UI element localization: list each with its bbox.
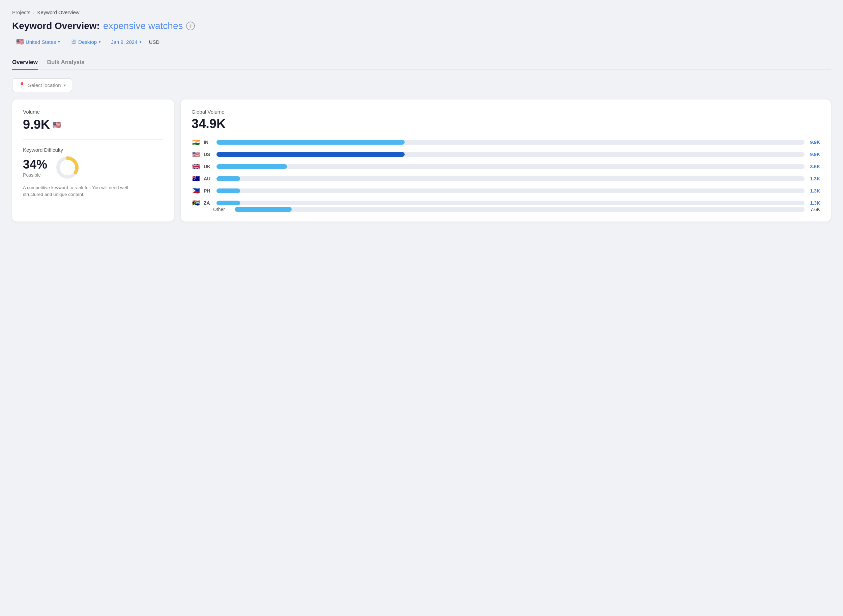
difficulty-label: Keyword Difficulty [23,147,163,153]
country-filter[interactable]: 🇺🇸 United States ▾ [12,36,64,47]
card-divider [23,139,163,139]
bar-flag: 🇿🇦 [192,199,200,207]
device-label: Desktop [78,39,97,45]
difficulty-value: 34% [23,157,47,172]
other-bar-fill [235,207,292,212]
breadcrumb-current: Keyword Overview [37,9,79,15]
difficulty-left: 34% Possible [23,157,47,178]
bar-flag: 🇵🇭 [192,187,200,195]
other-value: 7.6K [808,207,820,212]
global-volume-value: 34.9K [192,117,820,131]
bar-track [217,140,805,145]
cards-row: Volume 9.9K 🇺🇸 Keyword Difficulty 34% Po… [12,100,831,221]
difficulty-donut [55,155,79,180]
bar-row: 🇮🇳IN9.9K [192,139,820,146]
bar-row: 🇬🇧UK3.6K [192,163,820,170]
bar-value: 1.3K [808,200,820,206]
bar-row: 🇦🇺AU1.3K [192,175,820,182]
volume-number: 9.9K [23,117,50,132]
global-volume-card: Global Volume 34.9K 🇮🇳IN9.9K🇺🇸US9.9K🇬🇧UK… [181,100,831,221]
global-volume-label: Global Volume [192,109,820,114]
bar-country-code: PH [204,188,213,194]
bar-track [217,176,805,181]
bar-value: 1.3K [808,188,820,194]
other-bar-track [235,207,805,212]
bar-row: 🇺🇸US9.9K [192,151,820,158]
volume-label: Volume [23,109,163,114]
currency-label: USD [149,39,160,45]
bar-fill [217,152,405,157]
country-label: United States [26,39,56,45]
tabs-row: Overview Bulk Analysis [12,56,831,70]
bar-country-code: AU [204,176,213,181]
bar-track [217,152,805,157]
date-label: Jan 9, 2024 [111,39,137,45]
date-filter[interactable]: Jan 9, 2024 ▾ [107,37,145,47]
volume-value: 9.9K 🇺🇸 [23,117,163,132]
bar-flag: 🇺🇸 [192,151,200,158]
breadcrumb-separator: › [33,10,34,15]
location-placeholder: Select location [28,82,61,88]
bar-row: 🇵🇭PH1.3K [192,187,820,195]
difficulty-description: A competitive keyword to rank for. You w… [23,185,131,198]
bar-row: 🇿🇦ZA1.3K [192,199,820,207]
bar-country-code: UK [204,164,213,169]
volume-flag: 🇺🇸 [53,121,61,129]
country-chevron: ▾ [58,40,60,44]
other-label: Other [213,207,231,212]
page-title: Keyword Overview: expensive watches + [12,21,831,31]
global-bars: 🇮🇳IN9.9K🇺🇸US9.9K🇬🇧UK3.6K🇦🇺AU1.3K🇵🇭PH1.3K… [192,139,820,207]
bar-fill [217,201,240,205]
country-flag: 🇺🇸 [16,38,23,45]
bar-track [217,164,805,169]
other-bar-row: Other7.6K [192,207,820,212]
tab-bulk-analysis[interactable]: Bulk Analysis [47,56,85,70]
difficulty-row: 34% Possible [23,155,163,180]
bar-country-code: ZA [204,200,213,206]
device-filter[interactable]: 🖥 Desktop ▾ [66,37,105,47]
breadcrumb: Projects › Keyword Overview [12,9,831,15]
tab-overview[interactable]: Overview [12,56,38,70]
bar-country-code: IN [204,139,213,145]
device-chevron: ▾ [99,40,101,44]
date-chevron: ▾ [139,40,142,44]
bar-country-code: US [204,152,213,157]
location-select-button[interactable]: 📍 Select location ▾ [12,78,72,92]
bar-flag: 🇦🇺 [192,175,200,182]
filters-row: 🇺🇸 United States ▾ 🖥 Desktop ▾ Jan 9, 20… [12,36,831,47]
bar-track [217,188,805,193]
bar-track [217,201,805,205]
bar-fill [217,164,287,169]
bar-value: 9.9K [808,139,820,145]
title-prefix: Keyword Overview: [12,21,100,31]
bar-value: 1.3K [808,176,820,181]
bar-fill [217,188,240,193]
bar-flag: 🇮🇳 [192,139,200,146]
device-icon: 🖥 [70,38,76,45]
bar-flag: 🇬🇧 [192,163,200,170]
breadcrumb-parent[interactable]: Projects [12,9,30,15]
difficulty-sublabel: Possible [23,172,47,178]
add-keyword-icon[interactable]: + [186,22,195,30]
pin-icon: 📍 [19,82,25,88]
bar-value: 9.9K [808,152,820,157]
keyword-text: expensive watches [103,21,183,31]
location-chevron: ▾ [64,83,66,88]
bar-fill [217,140,405,145]
bar-value: 3.6K [808,164,820,169]
volume-card: Volume 9.9K 🇺🇸 Keyword Difficulty 34% Po… [12,100,174,221]
bar-fill [217,176,240,181]
